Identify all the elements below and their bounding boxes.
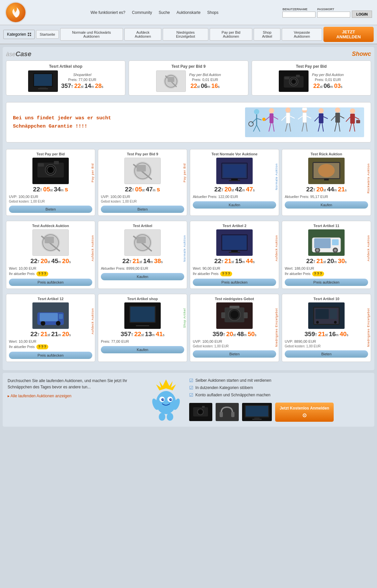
product-thumb-headphones bbox=[216, 403, 239, 421]
card-timer: 22T 21st 15m 44s bbox=[193, 257, 276, 265]
svg-line-19 bbox=[257, 125, 260, 132]
svg-point-93 bbox=[316, 249, 319, 252]
svg-line-18 bbox=[253, 125, 257, 132]
card-gebot-4: Gebot kosten: 1,00 EUR bbox=[285, 344, 368, 348]
preis-aufdecken-btn-1[interactable]: Preis aufdecken bbox=[9, 279, 92, 286]
svg-rect-134 bbox=[202, 406, 205, 408]
svg-line-33 bbox=[289, 123, 291, 132]
featured-price-3: Preis: 0,01 EUR bbox=[312, 78, 344, 82]
tab-verpasste[interactable]: Verpasste Auktionen bbox=[282, 28, 322, 41]
tab-startseite[interactable]: Startseite bbox=[36, 30, 59, 39]
featured-item-1: Tesrt Artikel shop Shopartikel Preis: 77… bbox=[6, 60, 125, 96]
all-auctions-link[interactable]: ▸ Alle laufenden Auktionen anzeigen bbox=[8, 394, 71, 398]
card-uvp: Aktueller Preis: 122,00 EUR bbox=[193, 195, 276, 199]
card-timer: 22T 20st 45m 20s bbox=[9, 257, 92, 265]
check-icon-1: ☑ bbox=[189, 378, 193, 383]
preis-aufdecken-btn-3[interactable]: Preis aufdecken bbox=[285, 279, 368, 286]
kategorien-grid-icon bbox=[28, 33, 31, 36]
nav-shops[interactable]: Shops bbox=[207, 10, 218, 15]
svg-line-32 bbox=[285, 123, 287, 132]
card-price-label: Ihr aktueller Preis ? ? ? bbox=[9, 271, 92, 276]
bieten-btn-3[interactable]: Bieten bbox=[193, 350, 276, 358]
auction-card-shop: Shop Artikel Tesrt Artikel shop 357T 22s… bbox=[98, 294, 187, 362]
product-thumb-monitor bbox=[242, 403, 272, 421]
auction-card-ppb1: Pay per Bid Test Pay per Bid 22T 05st 34… bbox=[6, 149, 95, 216]
card-timer: 22T 05st 47m s bbox=[101, 186, 184, 193]
svg-rect-3 bbox=[38, 88, 48, 89]
svg-rect-54 bbox=[350, 114, 355, 124]
bottom-products-row: Jetzt Kostenlos Anmelden ⊙ bbox=[189, 403, 369, 422]
bottom-text: Durchsuchen Sie alle laufenden Auktionen… bbox=[8, 378, 143, 398]
card-uvp: Aktueller Preis: 95,17 EUR bbox=[285, 195, 368, 199]
check-icon-2: ☑ bbox=[189, 385, 193, 390]
bottom-mascot bbox=[148, 378, 184, 421]
login-button[interactable]: LOGIN bbox=[352, 11, 372, 18]
jetzt-anmelden-btn[interactable]: JETZT ANMELDEN bbox=[323, 27, 374, 42]
card-uvp: Aktueller Preis: 8999,00 EUR bbox=[101, 266, 184, 270]
svg-rect-101 bbox=[40, 313, 58, 321]
svg-rect-89 bbox=[231, 250, 238, 252]
card-uvp: UVP: 8890,00 EUR bbox=[285, 339, 368, 343]
svg-rect-90 bbox=[229, 252, 240, 253]
auction-card-aufdeck1: Aufdeck Auktion Test Aufdeck Auktion 22T… bbox=[6, 221, 95, 289]
svg-rect-138 bbox=[246, 406, 268, 416]
card-timer: 357T 22st 13m 41s bbox=[101, 331, 184, 338]
svg-line-26 bbox=[273, 123, 274, 132]
svg-rect-64 bbox=[54, 161, 59, 164]
tab-aufdeck[interactable]: Aufdeck Auktionen bbox=[124, 28, 162, 41]
svg-rect-115 bbox=[315, 309, 329, 319]
nav-wie[interactable]: Wie funktioniert es? bbox=[91, 10, 125, 15]
featured-title-3: Test Pay per Bid bbox=[255, 64, 367, 69]
featured-item-2: Test Pay per Bid 9 Pay per Bid Auktion P… bbox=[129, 60, 248, 96]
nav-auktionskarte[interactable]: Auktionskarte bbox=[177, 10, 201, 15]
header: Wie funktioniert es? Community Suche Auk… bbox=[0, 0, 377, 25]
tab-niedrigstes[interactable]: Niedrigstes Einzelgebot bbox=[163, 28, 208, 41]
username-input[interactable] bbox=[282, 12, 315, 18]
kaufen-btn-1[interactable]: Kaufen bbox=[193, 201, 276, 209]
logo[interactable] bbox=[5, 2, 26, 23]
svg-line-17 bbox=[257, 118, 262, 120]
svg-point-27 bbox=[262, 118, 266, 121]
featured-price-1: Preis: 77,00 EUR bbox=[61, 78, 103, 82]
svg-point-14 bbox=[254, 109, 259, 114]
preis-aufdecken-btn-4[interactable]: Preis aufdecken bbox=[9, 352, 92, 359]
bieten-btn-2[interactable]: Bieten bbox=[101, 206, 184, 213]
password-input[interactable] bbox=[317, 12, 350, 18]
svg-line-46 bbox=[322, 123, 323, 132]
svg-point-99 bbox=[41, 321, 45, 326]
svg-rect-140 bbox=[252, 419, 262, 420]
svg-rect-42 bbox=[319, 113, 323, 123]
benefits-list: ☑ Selber Auktionen starten und mit verdi… bbox=[189, 378, 369, 398]
svg-point-120 bbox=[156, 391, 176, 414]
nav-suche[interactable]: Suche bbox=[159, 10, 170, 15]
bieten-btn-1[interactable]: Bieten bbox=[9, 206, 92, 213]
bieten-btn-4[interactable]: Bieten bbox=[285, 350, 368, 358]
card-price-label: Ihr aktueller Preis ? ? ? bbox=[285, 271, 368, 276]
register-now-btn[interactable]: Jetzt Kostenlos Anmelden ⊙ bbox=[275, 403, 334, 422]
svg-rect-73 bbox=[229, 180, 240, 181]
tab-pay-per-bid[interactable]: Pay per Bid Auktionen bbox=[210, 28, 253, 41]
svg-line-50 bbox=[340, 116, 344, 118]
svg-point-133 bbox=[199, 410, 202, 413]
kaufen-btn-3[interactable]: Kaufen bbox=[101, 273, 184, 280]
kaufen-btn-4[interactable]: Kaufen bbox=[101, 346, 184, 353]
card-uvp: UVP: 100,00 EUR bbox=[101, 195, 184, 199]
kategorien-btn[interactable]: Kategorien bbox=[3, 30, 35, 39]
kaufen-btn-2[interactable]: Kaufen bbox=[285, 201, 368, 209]
tab-normale[interactable]: Normale und Rückwärts Auktionen bbox=[60, 28, 123, 41]
svg-line-25 bbox=[269, 123, 271, 132]
card-price-label: Ihr aktueller Preis ? ? ? bbox=[193, 271, 276, 276]
card-uvp: Wert: 188,00 EUR bbox=[285, 266, 368, 270]
card-uvp: Preis: 77,00 EUR bbox=[101, 339, 184, 343]
preis-aufdecken-btn-2[interactable]: Preis aufdecken bbox=[193, 279, 276, 286]
svg-rect-136 bbox=[231, 412, 234, 417]
svg-line-51 bbox=[335, 123, 337, 132]
nav-community[interactable]: Community bbox=[132, 10, 152, 15]
svg-point-100 bbox=[56, 321, 61, 326]
featured-type-1: Shopartikel bbox=[61, 73, 103, 77]
svg-line-49 bbox=[331, 116, 335, 121]
svg-rect-1 bbox=[34, 74, 52, 86]
tab-shop-artikel[interactable]: Shop Artikel bbox=[254, 28, 280, 41]
auction-card-artikel10: Niedrigstes Einzelgebot Tesrt Artikel 10… bbox=[282, 294, 371, 362]
svg-point-117 bbox=[316, 321, 319, 324]
